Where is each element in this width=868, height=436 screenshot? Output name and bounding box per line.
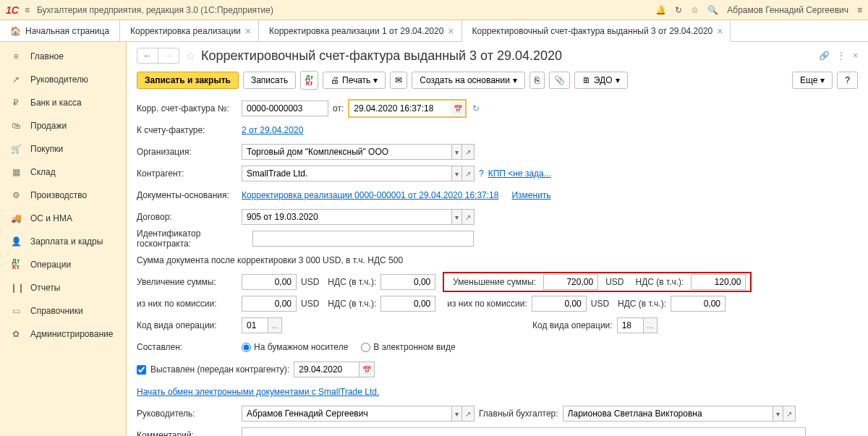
menu-icon[interactable]: ≡ bbox=[25, 5, 30, 15]
tab-item-2[interactable]: Корректировочный счет-фактура выданный 3… bbox=[462, 21, 731, 42]
increase-nds-input[interactable] bbox=[380, 274, 435, 290]
commission-dec-input[interactable] bbox=[532, 296, 587, 312]
accountant-input[interactable] bbox=[563, 406, 773, 422]
radio-electronic-input[interactable] bbox=[361, 343, 370, 352]
open-icon[interactable]: ↗ bbox=[462, 144, 475, 160]
user-menu-icon[interactable]: ≡ bbox=[857, 5, 862, 15]
edo-button[interactable]: 🗎 ЭДО ▾ bbox=[574, 72, 628, 89]
ellipsis-icon[interactable]: … bbox=[268, 317, 282, 333]
save-button[interactable]: Записать bbox=[243, 72, 296, 89]
more-vert-icon[interactable]: ⋮ bbox=[837, 51, 846, 61]
contract-label: Договор: bbox=[137, 212, 242, 222]
calendar-icon[interactable]: 📅 bbox=[451, 101, 465, 116]
edo-link[interactable]: Начать обмен электронными документами с … bbox=[137, 387, 379, 397]
commission-dec-nds-input[interactable] bbox=[671, 296, 726, 312]
forward-button[interactable]: → bbox=[158, 48, 179, 63]
search-icon[interactable]: 🔍 bbox=[707, 5, 718, 15]
agent-input[interactable] bbox=[242, 166, 451, 181]
basis-link[interactable]: Корректировка реализации 0000-000001 от … bbox=[242, 190, 498, 200]
manager-input[interactable] bbox=[242, 406, 451, 422]
favorite-button[interactable]: ☆ bbox=[185, 49, 195, 63]
help-button[interactable]: ? bbox=[837, 72, 858, 89]
bell-icon[interactable]: 🔔 bbox=[655, 5, 666, 15]
comment-input[interactable] bbox=[242, 427, 806, 436]
goscontract-input[interactable] bbox=[252, 231, 474, 247]
ellipsis-icon[interactable]: … bbox=[643, 317, 658, 333]
commission-inc-input[interactable] bbox=[242, 296, 297, 312]
decrease-nds-input[interactable] bbox=[691, 274, 746, 290]
dropdown-icon[interactable]: ▾ bbox=[773, 406, 783, 422]
kpp-link[interactable]: КПП <не зада... bbox=[488, 168, 551, 179]
issued-checkbox[interactable] bbox=[137, 365, 146, 375]
sidebar-label: Справочники bbox=[30, 306, 83, 316]
email-button[interactable]: ✉ bbox=[390, 72, 407, 89]
decrease-input[interactable] bbox=[543, 274, 598, 290]
op-code-dec-input[interactable] bbox=[617, 317, 643, 333]
sidebar-item-sales[interactable]: 🛍Продажи bbox=[0, 114, 126, 137]
date-input[interactable] bbox=[349, 101, 451, 116]
issued-date-input[interactable] bbox=[294, 362, 359, 377]
sidebar-item-catalogs[interactable]: ▭Справочники bbox=[0, 299, 126, 322]
dropdown-icon[interactable]: ▾ bbox=[451, 144, 462, 160]
increase-input[interactable] bbox=[242, 274, 297, 290]
sidebar-item-admin[interactable]: ✿Администрирование bbox=[0, 322, 126, 346]
star-icon[interactable]: ☆ bbox=[691, 5, 699, 15]
open-icon[interactable]: ↗ bbox=[462, 406, 475, 422]
sidebar-item-warehouse[interactable]: ▦Склад bbox=[0, 161, 126, 184]
sidebar-item-reports[interactable]: ❙❙Отчеты bbox=[0, 276, 126, 299]
sidebar-label: ОС и НМА bbox=[30, 213, 72, 223]
close-icon[interactable]: × bbox=[245, 25, 251, 37]
sidebar-item-hr[interactable]: 👤Зарплата и кадры bbox=[0, 230, 126, 253]
op-code-inc-input[interactable] bbox=[242, 317, 268, 333]
sidebar-item-production[interactable]: ⚙Производство bbox=[0, 184, 126, 207]
open-icon[interactable]: ↗ bbox=[462, 209, 475, 225]
dropdown-icon[interactable]: ▾ bbox=[451, 406, 462, 422]
close-icon[interactable]: × bbox=[448, 25, 454, 37]
back-button[interactable]: ← bbox=[137, 48, 158, 63]
dropdown-icon[interactable]: ▾ bbox=[451, 166, 462, 181]
org-input[interactable] bbox=[242, 144, 451, 160]
tab-home[interactable]: 🏠Начальная страница bbox=[0, 20, 120, 41]
history-icon[interactable]: ↻ bbox=[675, 5, 682, 15]
calendar-icon[interactable]: 📅 bbox=[359, 362, 375, 377]
close-icon[interactable]: × bbox=[717, 25, 723, 37]
to-invoice-link[interactable]: 2 от 29.04.2020 bbox=[242, 125, 303, 135]
radio-paper-input[interactable] bbox=[242, 343, 251, 352]
user-name[interactable]: Абрамов Геннадий Сергеевич bbox=[727, 5, 848, 15]
app-logo: 1C bbox=[6, 4, 19, 16]
commission-label-2: из них по комиссии: bbox=[447, 299, 527, 309]
attach-button[interactable]: 📎 bbox=[549, 72, 570, 89]
open-icon[interactable]: ↗ bbox=[783, 406, 796, 422]
sidebar-item-assets[interactable]: 🚚ОС и НМА bbox=[0, 207, 126, 230]
more-button[interactable]: Еще ▾ bbox=[792, 72, 833, 89]
radio-electronic[interactable]: В электронном виде bbox=[361, 342, 455, 352]
sidebar-item-purchases[interactable]: 🛒Покупки bbox=[0, 137, 126, 161]
sidebar-item-main[interactable]: ≡Главное bbox=[0, 45, 126, 68]
sidebar: ≡Главное ↗Руководителю ₽Банк и касса 🛍Пр… bbox=[0, 42, 127, 436]
save-close-button[interactable]: Записать и закрыть bbox=[137, 72, 239, 89]
compiled-label: Составлен: bbox=[137, 342, 242, 352]
sidebar-item-bank[interactable]: ₽Банк и касса bbox=[0, 91, 126, 114]
sidebar-item-manager[interactable]: ↗Руководителю bbox=[0, 68, 126, 91]
change-link[interactable]: Изменить bbox=[511, 190, 550, 200]
nds-label: НДС (в т.ч.): bbox=[635, 277, 684, 287]
link-icon[interactable]: 🔗 bbox=[819, 51, 830, 61]
tab-item-1[interactable]: Корректировка реализации 1 от 29.04.2020… bbox=[259, 20, 462, 41]
tab-item-0[interactable]: Корректировка реализации× bbox=[120, 20, 259, 41]
warehouse-icon: ▦ bbox=[10, 167, 22, 177]
close-doc-icon[interactable]: × bbox=[853, 51, 858, 61]
create-based-button[interactable]: Создать на основании ▾ bbox=[412, 72, 525, 89]
help-icon[interactable]: ? bbox=[479, 168, 484, 179]
dropdown-icon[interactable]: ▾ bbox=[451, 209, 462, 225]
corr-num-input[interactable] bbox=[242, 101, 328, 116]
tab-label: Корректировка реализации 1 от 29.04.2020 bbox=[269, 26, 443, 36]
print-button[interactable]: 🖨 Печать ▾ bbox=[323, 72, 386, 89]
open-icon[interactable]: ↗ bbox=[462, 166, 475, 181]
refresh-icon[interactable]: ↻ bbox=[472, 103, 480, 114]
commission-inc-nds-input[interactable] bbox=[380, 296, 435, 312]
contract-input[interactable] bbox=[242, 209, 451, 225]
radio-paper[interactable]: На бумажном носителе bbox=[242, 342, 348, 352]
sidebar-item-operations[interactable]: ДтКтОперации bbox=[0, 253, 126, 276]
structure-button[interactable]: ⎘ bbox=[529, 72, 545, 89]
dt-kt-button[interactable]: ДтКт bbox=[300, 71, 318, 90]
